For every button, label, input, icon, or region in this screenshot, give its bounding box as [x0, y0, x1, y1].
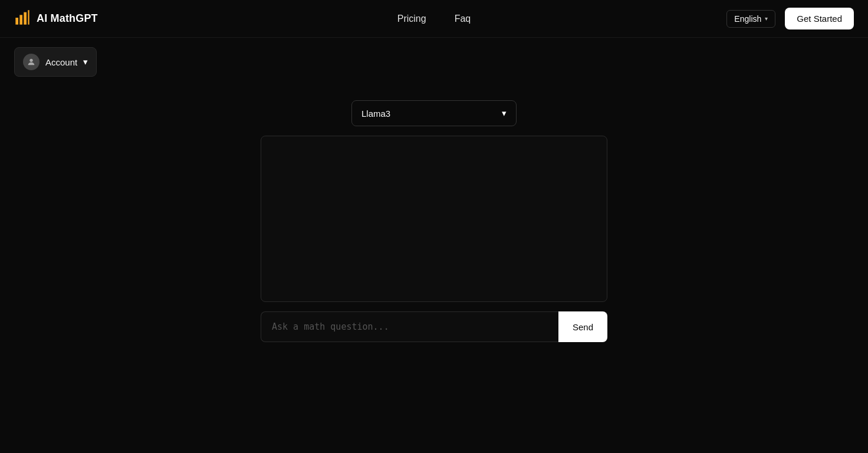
- language-label: English: [734, 14, 761, 24]
- question-input[interactable]: [261, 311, 558, 342]
- main-content: Llama3 ▾ Send: [0, 86, 868, 356]
- account-label: Account: [45, 57, 77, 67]
- logo-text: AI MathGPT: [37, 12, 98, 25]
- send-button[interactable]: Send: [558, 311, 607, 342]
- get-started-button[interactable]: Get Started: [785, 8, 854, 29]
- nav-link-faq[interactable]: Faq: [455, 14, 471, 24]
- navbar: AI MathGPT Pricing Faq English ▾ Get Sta…: [0, 0, 868, 38]
- svg-point-4: [29, 59, 32, 62]
- account-avatar: [23, 54, 40, 70]
- account-button[interactable]: Account ▾: [14, 47, 97, 77]
- navbar-right: English ▾ Get Started: [726, 8, 854, 29]
- input-area: Send: [261, 311, 607, 342]
- svg-rect-2: [24, 12, 27, 24]
- model-selected-label: Llama3: [361, 109, 390, 119]
- svg-rect-3: [28, 10, 29, 24]
- model-selector-wrapper: Llama3 ▾: [351, 100, 517, 126]
- logo-area: AI MathGPT: [14, 9, 98, 28]
- svg-rect-1: [19, 15, 22, 24]
- language-selector[interactable]: English ▾: [726, 10, 775, 28]
- svg-rect-0: [15, 18, 18, 25]
- chevron-down-icon: ▾: [765, 15, 768, 22]
- chevron-down-icon: ▾: [83, 57, 88, 67]
- chevron-down-icon: ▾: [502, 108, 507, 119]
- nav-links: Pricing Faq: [397, 14, 471, 24]
- account-bar: Account ▾: [0, 38, 868, 86]
- model-selector[interactable]: Llama3 ▾: [351, 100, 517, 126]
- logo-icon: [14, 9, 31, 28]
- nav-link-pricing[interactable]: Pricing: [397, 14, 426, 24]
- chat-area: [261, 136, 607, 302]
